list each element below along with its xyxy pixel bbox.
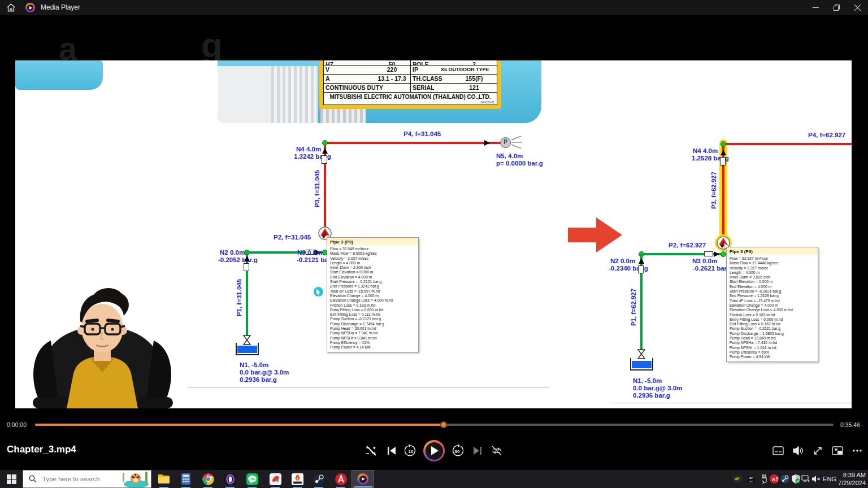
mini-player-button[interactable] [831, 445, 844, 456]
skip-forward-30-button[interactable]: 30 [450, 444, 464, 457]
tooltip-line: Pump Head = 20.001 m.hd [330, 326, 418, 331]
home-icon[interactable] [6, 3, 16, 15]
more-options-button[interactable] [851, 445, 863, 456]
start-button[interactable] [0, 470, 23, 488]
svg-text:XP: XP [749, 476, 753, 480]
node-n2-pressure: -0.2052 bar.g [218, 256, 258, 263]
node-n3-pressure: -0.2121 bar [297, 256, 331, 263]
file-explorer-icon[interactable] [153, 470, 175, 488]
repeat-off-button[interactable] [490, 445, 504, 456]
tooltip-line: Entry Fitting Loss = 0.000 m.hd [330, 308, 418, 312]
taskbar-search-box[interactable] [23, 470, 151, 488]
nameplate-cell: SERIAL [411, 84, 452, 92]
fullscreen-button[interactable] [811, 445, 824, 456]
node-n4-label: N4 4.0m [296, 146, 321, 152]
restore-button[interactable] [827, 0, 846, 15]
media-player-taskbar-icon[interactable] [351, 470, 374, 488]
pipe-p4 [723, 143, 852, 145]
motor-part-image [15, 60, 103, 90]
pipe-p4-label: P4, f=31.045 [403, 130, 441, 137]
tooltip-body: Flow = 62.927 m³/hourMass Flow = 17.4448… [727, 255, 818, 361]
pipe-p4-label: P4, f=62.927 [808, 132, 845, 138]
shuffle-off-button[interactable] [364, 445, 378, 456]
node-n4 [721, 141, 726, 147]
tooltip-line: Flow = 62.927 m³/hour [730, 256, 818, 261]
media-player-logo-icon [25, 3, 35, 12]
tooltip-body: Flow = 31.045 m³/hourMass Flow = 8.6063 … [327, 246, 418, 352]
window-title: Media Player [41, 0, 80, 15]
tooltip-line: Pump Power = 4.14 kW [330, 345, 418, 350]
tooltip-title: Pipe 3 (P3) [327, 238, 418, 246]
pipe-p1-label: P1, f=62.927 [630, 284, 637, 331]
xppen-tray-icon[interactable]: XPpen [744, 470, 758, 488]
line-app-icon[interactable]: LINE [241, 470, 263, 488]
nameplate-cell: A [324, 75, 374, 83]
cropped-text-fragment: g [201, 25, 223, 65]
search-input[interactable] [41, 475, 119, 483]
tooltip-line: Mass Flow = 8.6063 kg/sec [330, 251, 418, 256]
tooltip-line: Elevation Change Loss = 4.000 m.hd [730, 308, 818, 312]
clock-time: 8:39 AM [835, 471, 866, 479]
tooltip-line: Exit Fitting Loss = 0.167 m.hd [730, 322, 818, 326]
valve-symbol [704, 251, 713, 256]
tooltip-line: Inner Diam = 3.826 inch [730, 275, 818, 280]
nameplate-cell: V [324, 66, 374, 74]
node-n5-label: N5, 4.0m [496, 152, 523, 159]
tooltip-line: Pump Suction = -0.2121 bar.g [330, 317, 418, 321]
tank-symbol [236, 343, 259, 355]
clock-date: 7/29/2024 [835, 479, 866, 487]
previous-button[interactable] [385, 445, 398, 456]
skip-back-10-button[interactable]: 10 [404, 444, 418, 457]
tooltip-line: Entry Fitting Loss = 0.000 m.hd [730, 317, 818, 322]
tooltip-line: Elevation Change = 4.000 m [730, 303, 818, 308]
current-time: 0:00:00 [7, 421, 27, 428]
nameplate-cell: POLE [411, 60, 452, 65]
tooltip-line: Inner Diam = 2.900 inch [330, 265, 418, 270]
volume-button[interactable] [792, 445, 804, 456]
red-white-app-icon[interactable] [264, 470, 287, 488]
taskbar-clock[interactable]: 8:39 AM 7/29/2024 [835, 471, 866, 487]
next-button[interactable] [471, 445, 484, 456]
tooltip-line: Pump Head = 19.849 m.hd [730, 336, 818, 341]
nameplate-cell: CONTINUOUS DUTY [324, 84, 411, 92]
flow-arrow [322, 148, 328, 154]
media-filename: Chapter_3.mp4 [7, 444, 76, 455]
valve-symbol [720, 157, 726, 165]
close-button[interactable] [848, 0, 867, 15]
tooltip-line: Total dP Loss = -15.479 m.hd [730, 299, 818, 303]
seek-bar-fill [35, 424, 444, 426]
search-highlight-image [119, 470, 151, 487]
colorful-app-icon[interactable] [286, 470, 309, 488]
nameplate-cell: TH.CLASS [411, 75, 452, 83]
opera-style-app-icon[interactable] [219, 470, 241, 488]
nvidia-tray-icon[interactable] [731, 470, 744, 488]
transition-arrow-icon [567, 216, 623, 254]
svg-text:LINE: LINE [249, 478, 255, 481]
tooltip-line: End Elevation = 4.000 m [330, 275, 418, 280]
nameplate-cell: 13.1 - 17.3 [374, 75, 411, 83]
tooltip-line: Length = 4.000 m [730, 271, 818, 275]
nameplate-cell: X5 OUTDOOR TYPE [439, 66, 497, 74]
chrome-icon[interactable] [197, 470, 219, 488]
steam-icon[interactable] [307, 470, 330, 488]
node-n4-label: N4 4.0m [693, 147, 718, 154]
tooltip-line: Total dP Loss = -15.697 m.hd [330, 289, 418, 294]
video-frame[interactable]: HZ 50 POLE 2 V 220 IP X5 OUTDOOR TYPE A … [15, 60, 852, 408]
subtitles-button[interactable] [772, 445, 784, 456]
pipe3-tooltip: Pipe 3 (P3) Flow = 31.045 m³/hourMass Fl… [327, 237, 419, 352]
tooltip-line: Start Pressure = -0.2621 bar.g [730, 289, 818, 294]
tooltip-line: Pump NPSHa = 7.941 m.hd [330, 331, 418, 336]
pipe-p2-label: P2, f=62.927 [669, 242, 706, 249]
tooltip-title: Pipe 3 (P3) [727, 247, 818, 255]
seek-bar[interactable] [35, 424, 834, 426]
flow-arrow [244, 256, 250, 262]
tooltip-line: Flow = 31.045 m³/hour [330, 247, 418, 251]
nameplate-cell: 50 [374, 60, 411, 65]
nameplate-cell: 220 [374, 66, 411, 74]
minimize-button[interactable] [806, 0, 825, 15]
seek-thumb[interactable] [440, 421, 447, 428]
node-n1-pressure2: 0.2936 bar.g [633, 392, 670, 399]
autocad-icon[interactable] [329, 470, 352, 488]
play-button[interactable] [423, 440, 445, 461]
calculator-icon[interactable] [175, 470, 197, 488]
